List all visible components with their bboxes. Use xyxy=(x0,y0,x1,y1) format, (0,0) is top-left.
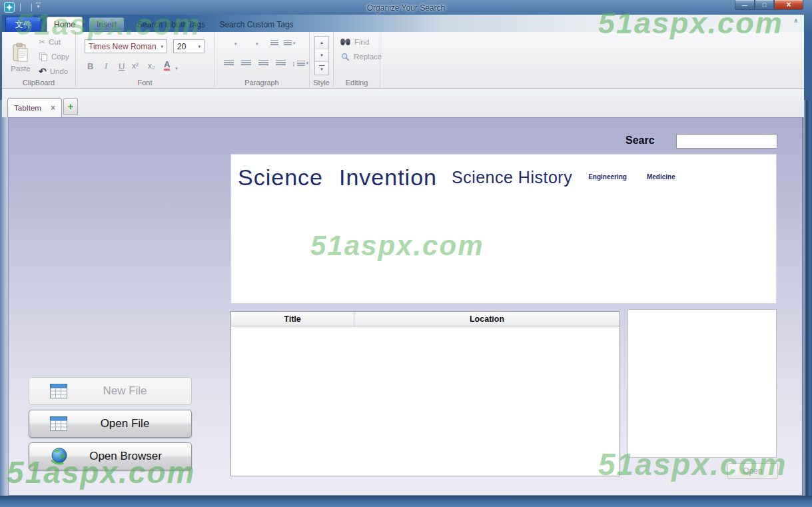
cut-label: Cut xyxy=(49,38,61,46)
font-group-label: Font xyxy=(76,79,214,87)
tab-search-inbuilt-tags[interactable]: Search Inbuilt Tags xyxy=(134,17,208,32)
tag-link-science[interactable]: Science xyxy=(238,164,323,191)
ribbon-tab-row: 文件 Home Insert Search Inbuilt Tags Searc… xyxy=(2,15,804,32)
tab-home[interactable]: Home xyxy=(47,17,83,32)
line-spacing-icon[interactable]: ↕▾ xyxy=(292,59,308,67)
table-file-icon xyxy=(49,415,68,432)
font-color-button[interactable]: A xyxy=(164,60,170,71)
replace-button[interactable]: Replace xyxy=(340,51,382,63)
align-right-icon[interactable] xyxy=(258,60,268,67)
ribbon-group-editing: Find Replace Editing xyxy=(334,32,380,88)
new-file-button[interactable]: New File xyxy=(29,377,192,405)
tab-insert[interactable]: Insert xyxy=(89,17,124,31)
style-gallery-down-button[interactable]: ▾ xyxy=(315,49,328,62)
document-tab-active[interactable]: TabItem × xyxy=(7,98,62,117)
document-tab-strip: TabItem × + xyxy=(2,89,804,117)
cut-button[interactable]: ✂ Cut xyxy=(39,36,61,48)
table-file-icon xyxy=(49,382,68,400)
undo-button[interactable]: ↶ Undo xyxy=(39,65,68,77)
window-frame-right xyxy=(803,100,812,507)
tag-link-invention[interactable]: Invention xyxy=(339,164,437,191)
copy-button[interactable]: Copy xyxy=(39,51,69,63)
clipboard-group-label: ClipBoard xyxy=(2,79,75,87)
open-browser-button[interactable]: Open Browser xyxy=(29,442,192,470)
align-center-icon[interactable] xyxy=(241,60,251,67)
font-size-combobox[interactable]: 20 ▾ xyxy=(173,39,204,53)
title-bar: ▾ Organize Your Search — □ × xyxy=(0,0,812,15)
font-color-dropdown-icon[interactable]: ▾ xyxy=(175,63,178,75)
tag-link-engineering[interactable]: Engineering xyxy=(588,173,627,181)
font-family-combobox[interactable]: Times New Roman ▾ xyxy=(85,39,167,53)
paste-icon xyxy=(12,43,29,63)
open-file-button[interactable]: Open File xyxy=(29,410,192,438)
tag-cloud-panel: Science Invention Science History Engine… xyxy=(230,154,777,304)
chevron-down-icon: ▾ xyxy=(198,44,201,49)
bullet-list-dropdown-icon[interactable]: ▾ xyxy=(234,41,237,47)
tab-file[interactable]: 文件 xyxy=(5,17,41,32)
results-table: Title Location xyxy=(230,311,620,476)
open-selection-button[interactable]: Open xyxy=(727,463,778,479)
paragraph-group-label: Paragraph xyxy=(214,79,309,87)
minimize-button[interactable]: — xyxy=(735,0,755,10)
undo-icon: ↶ xyxy=(39,68,47,75)
window-frame-left xyxy=(0,100,8,496)
style-gallery-scroller: ▴ ▾ ▾ xyxy=(314,36,329,75)
underline-button[interactable]: U xyxy=(119,60,125,72)
subscript-button[interactable]: x₂ xyxy=(148,60,155,72)
magnifier-icon xyxy=(340,53,350,61)
search-input[interactable] xyxy=(676,134,777,149)
maximize-button[interactable]: □ xyxy=(755,0,774,10)
application-window: ▾ Organize Your Search — □ × 文件 Home Ins… xyxy=(0,0,812,507)
ribbon-collapse-icon[interactable]: ∧ xyxy=(793,17,798,24)
style-group-label: Style xyxy=(310,79,333,87)
chevron-down-icon: ▾ xyxy=(161,44,163,49)
copy-label: Copy xyxy=(51,53,69,61)
style-gallery-up-button[interactable]: ▴ xyxy=(315,37,328,49)
increase-indent-icon[interactable]: ▾ xyxy=(284,40,296,46)
tag-links-row: Science Invention Science History Engine… xyxy=(231,155,776,191)
editing-group-label: Editing xyxy=(334,79,380,87)
tag-link-medicine[interactable]: Medicine xyxy=(647,173,675,181)
binoculars-icon xyxy=(340,38,350,46)
numbered-list-dropdown-icon[interactable]: ▾ xyxy=(256,41,258,47)
tag-link-science-history[interactable]: Science History xyxy=(452,167,572,187)
column-header-location[interactable]: Location xyxy=(354,312,619,326)
align-left-icon[interactable] xyxy=(224,60,234,67)
find-button[interactable]: Find xyxy=(340,36,369,48)
copy-icon xyxy=(39,52,48,61)
undo-label: Undo xyxy=(50,67,69,75)
italic-button[interactable]: I xyxy=(105,60,107,72)
open-file-label: Open File xyxy=(68,417,191,430)
bold-button[interactable]: B xyxy=(87,60,93,72)
results-table-header: Title Location xyxy=(231,312,619,326)
window-title: Organize Your Search xyxy=(0,3,812,13)
ribbon-group-paragraph: ▾ ▾ ▾ ↕▾ Paragraph xyxy=(214,32,310,88)
window-controls: — □ × xyxy=(735,0,803,10)
search-label: Searc xyxy=(625,135,655,147)
close-button[interactable]: × xyxy=(774,0,803,10)
add-tab-button[interactable]: + xyxy=(63,98,78,115)
column-header-title[interactable]: Title xyxy=(231,312,354,326)
font-size-value: 20 xyxy=(177,42,186,51)
ribbon-group-clipboard: Paste ✂ Cut Copy ↶ Undo ClipBoard xyxy=(2,32,76,88)
ribbon: Paste ✂ Cut Copy ↶ Undo ClipBoard Times xyxy=(2,32,804,89)
cut-icon: ✂ xyxy=(39,37,45,47)
paste-label: Paste xyxy=(11,65,30,73)
tab-close-icon[interactable]: × xyxy=(51,103,55,113)
window-frame-bottom xyxy=(0,496,812,507)
align-justify-icon[interactable] xyxy=(276,60,286,67)
ribbon-group-font: Times New Roman ▾ 20 ▾ B I U x² x₂ A ▾ F… xyxy=(76,32,214,88)
decrease-indent-icon[interactable] xyxy=(270,40,278,46)
open-browser-label: Open Browser xyxy=(69,450,191,463)
new-file-label: New File xyxy=(68,384,191,398)
paste-button[interactable]: Paste xyxy=(6,35,35,79)
document-tab-label: TabItem xyxy=(14,104,41,112)
main-content: Searc Science Invention Science History … xyxy=(8,117,803,496)
tab-search-custom-tags[interactable]: Search Custom Tags xyxy=(216,17,296,32)
style-gallery-expand-button[interactable]: ▾ xyxy=(315,62,328,75)
ribbon-group-style: ▴ ▾ ▾ Style xyxy=(310,32,334,88)
superscript-button[interactable]: x² xyxy=(132,60,139,72)
font-family-value: Times New Roman xyxy=(89,42,157,51)
find-label: Find xyxy=(354,38,369,46)
globe-icon xyxy=(49,446,69,466)
